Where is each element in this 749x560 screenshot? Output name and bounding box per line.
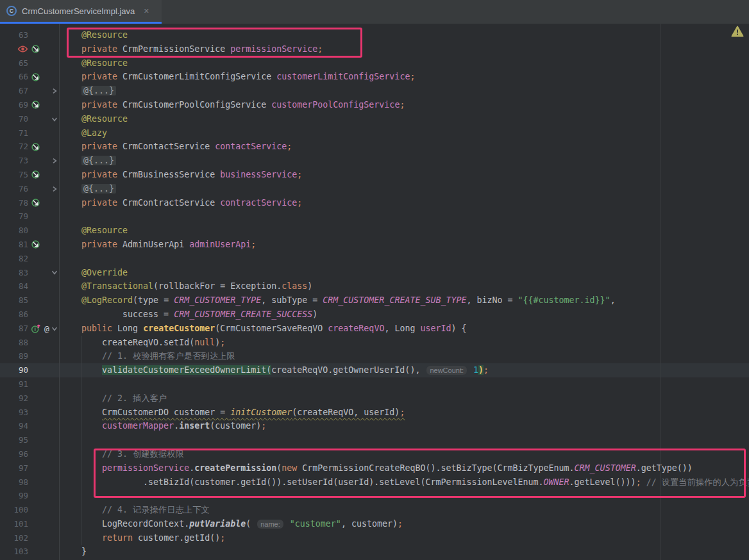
code-line-81[interactable]: 81 private AdminUserApi adminUserApi; [0,238,749,252]
bean-icon[interactable] [31,72,40,82]
line-number[interactable]: 79 [0,210,28,224]
bean-icon[interactable] [31,142,40,152]
warning-triangle-icon[interactable] [731,26,744,37]
fold-chevron-down-icon[interactable] [50,116,59,122]
code-line-95[interactable]: 95 [0,433,749,447]
line-number[interactable]: 89 [0,349,28,363]
code-line-86[interactable]: 86 success = CRM_CUSTOMER_CREATE_SUCCESS… [0,308,749,322]
code-text[interactable]: validateCustomerExceedOwnerLimit(createR… [59,363,749,377]
bean-icon[interactable] [31,170,40,179]
code-text[interactable]: @Resource [59,224,749,238]
line-number[interactable]: 70 [0,112,28,126]
code-line-hidden[interactable]: private CrmPermissionService permissionS… [0,42,749,56]
bean-icon[interactable] [31,198,40,208]
code-text[interactable]: private CrmCustomerLimitConfigService cu… [59,70,749,84]
code-line-89[interactable]: 89 // 1. 校验拥有客户是否到达上限 [0,349,749,363]
code-line-88[interactable]: 88 createReqVO.setId(null); [0,336,749,350]
code-text[interactable]: @LogRecord(type = CRM_CUSTOMER_TYPE, sub… [59,293,749,308]
line-number[interactable]: 69 [0,98,28,112]
code-line-73[interactable]: 73 @{...} [0,154,749,168]
code-line-72[interactable]: 72 private CrmContactService contactServ… [0,140,749,154]
tab-close-icon[interactable]: × [144,6,149,15]
line-number[interactable]: 100 [0,503,28,517]
fold-chevron-right-icon[interactable] [50,158,59,164]
code-line-80[interactable]: 80 @Resource [0,224,749,238]
code-line-76[interactable]: 76 @{...} [0,182,749,196]
code-line-92[interactable]: 92 // 2. 插入客户 [0,391,749,406]
code-text[interactable]: private CrmContractService contractServi… [59,196,749,210]
line-number[interactable]: 75 [0,168,28,182]
fold-chevron-right-icon[interactable] [50,88,59,94]
line-number[interactable]: 96 [0,447,28,461]
fold-chevron-down-icon[interactable] [50,269,59,276]
line-number[interactable]: 71 [0,126,28,140]
line-number[interactable]: 101 [0,517,28,531]
code-line-93[interactable]: 93 CrmCustomerDO customer = initCustomer… [0,406,749,420]
eye-icon[interactable] [0,45,28,53]
line-number[interactable]: 88 [0,336,28,350]
code-text[interactable]: @Resource [59,112,749,126]
line-number[interactable]: 95 [0,433,28,447]
line-number[interactable]: 93 [0,406,28,420]
line-number[interactable]: 91 [0,377,28,391]
code-line-79[interactable]: 79 [0,210,749,224]
code-line-96[interactable]: 96 // 3. 创建数据权限 [0,447,749,461]
code-line-94[interactable]: 94 customerMapper.insert(customer); [0,419,749,433]
code-line-67[interactable]: 67 @{...} [0,84,749,98]
code-text[interactable]: LogRecordContext.putVariable( name: "cus… [59,517,749,531]
line-number[interactable]: 97 [0,461,28,475]
code-line-83[interactable]: 83 @Override [0,266,749,280]
line-number[interactable]: 98 [0,475,28,490]
line-number[interactable]: 85 [0,293,28,308]
code-text[interactable]: private CrmPermissionService permissionS… [59,42,749,56]
bean-icon[interactable] [31,100,40,110]
code-text[interactable]: private AdminUserApi adminUserApi; [59,238,749,252]
code-editor[interactable]: 63 @Resource private CrmPermissionServic… [0,24,749,560]
code-line-100[interactable]: 100 // 4. 记录操作日志上下文 [0,503,749,517]
code-line-99[interactable]: 99 [0,489,749,503]
code-line-91[interactable]: 91 [0,377,749,391]
line-number[interactable]: 72 [0,140,28,154]
line-number[interactable]: 76 [0,182,28,196]
line-number[interactable]: 103 [0,545,28,559]
code-line-65[interactable]: 65 @Resource [0,56,749,70]
code-line-87[interactable]: 87@ public Long createCustomer(CrmCustom… [0,322,749,336]
code-text[interactable]: // 2. 插入客户 [59,391,749,406]
code-line-70[interactable]: 70 @Resource [0,112,749,126]
code-text[interactable]: @Resource [59,56,749,70]
line-number[interactable]: 94 [0,419,28,433]
code-text[interactable]: private CrmBusinessService businessServi… [59,168,749,182]
line-number[interactable]: 83 [0,266,28,280]
code-text[interactable]: CrmCustomerDO customer = initCustomer(cr… [59,406,749,420]
line-number[interactable]: 63 [0,28,28,42]
tab-crmcustomerserviceimpl[interactable]: C CrmCustomerServiceImpl.java × [0,0,162,24]
code-text[interactable]: // 1. 校验拥有客户是否到达上限 [59,349,749,363]
line-number[interactable]: 99 [0,489,28,503]
line-number[interactable]: 67 [0,84,28,98]
line-number[interactable]: 66 [0,70,28,84]
code-text[interactable]: return customer.getId(); [59,531,749,545]
code-line-75[interactable]: 75 private CrmBusinessService businessSe… [0,168,749,182]
code-line-102[interactable]: 102 return customer.getId(); [0,531,749,545]
code-text[interactable]: customerMapper.insert(customer); [59,419,749,433]
code-text[interactable]: } [59,545,749,559]
code-line-82[interactable]: 82 [0,252,749,266]
code-text[interactable]: // 3. 创建数据权限 [59,447,749,461]
line-number[interactable]: 80 [0,224,28,238]
code-text[interactable]: @Transactional(rollbackFor = Exception.c… [59,279,749,293]
code-text[interactable]: .setBizId(customer.getId()).setUserId(us… [59,475,749,490]
code-text[interactable]: @Resource [59,28,749,42]
code-text[interactable]: permissionService.createPermission(new C… [59,461,749,475]
code-text[interactable]: @Lazy [59,126,749,140]
code-text[interactable]: @{...} [59,154,749,168]
code-line-66[interactable]: 66 private CrmCustomerLimitConfigService… [0,70,749,84]
line-number[interactable]: 84 [0,279,28,293]
code-text[interactable]: // 4. 记录操作日志上下文 [59,503,749,517]
code-line-85[interactable]: 85 @LogRecord(type = CRM_CUSTOMER_TYPE, … [0,293,749,308]
bean-icon[interactable] [31,44,40,54]
line-number[interactable]: 87 [0,322,28,336]
line-number[interactable]: 65 [0,56,28,70]
code-text[interactable]: @{...} [59,84,749,98]
code-text[interactable]: success = CRM_CUSTOMER_CREATE_SUCCESS) [59,308,749,322]
fold-chevron-right-icon[interactable] [50,186,59,192]
